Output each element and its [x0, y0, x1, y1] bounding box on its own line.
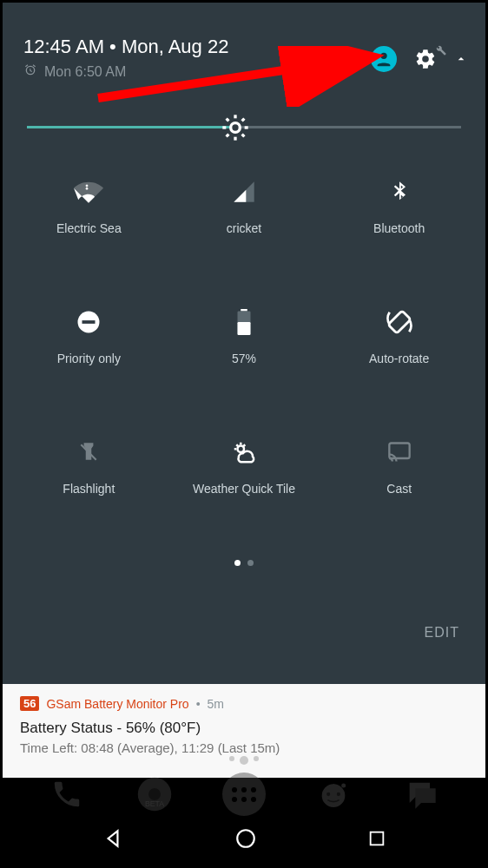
rotate-icon [382, 305, 417, 339]
battery-icon [227, 305, 261, 339]
page-dot-active [234, 560, 241, 566]
notification-subtitle: Time Left: 08:48 (Average), 11:29 (Last … [20, 740, 468, 755]
svg-line-7 [227, 119, 229, 122]
panel-header: 12:45 AM • Mon, Aug 22 Mon 6:50 AM [3, 3, 485, 81]
svg-point-21 [148, 788, 161, 800]
messenger-app-icon[interactable] [402, 775, 440, 813]
user-profile-icon[interactable] [371, 46, 397, 72]
notification-time: 5m [208, 697, 224, 711]
svg-text:BETA: BETA [144, 799, 163, 808]
notification-badge: 56 [20, 696, 39, 711]
dnd-icon [71, 305, 106, 339]
weather-icon [227, 435, 261, 470]
recents-button[interactable] [367, 829, 386, 852]
svg-point-25 [337, 792, 340, 796]
app-drawer-icon[interactable] [222, 773, 266, 816]
tile-battery[interactable]: 57% [167, 305, 322, 435]
tile-wifi[interactable]: Electric Sea [11, 174, 167, 305]
wifi-icon [71, 174, 106, 209]
tile-bluetooth[interactable]: Bluetooth [321, 174, 477, 305]
tile-weather[interactable]: Weather Quick Tile [167, 435, 322, 565]
dock: BETA [3, 768, 485, 820]
home-button[interactable] [234, 827, 257, 853]
flashlight-icon [71, 435, 106, 470]
clock-time: 12:45 AM [23, 36, 104, 57]
tiles-grid: Electric Sea cricket Bluetooth Priority … [3, 174, 485, 565]
svg-rect-12 [82, 320, 96, 324]
svg-point-27 [237, 830, 254, 847]
tile-cellular[interactable]: cricket [167, 174, 322, 305]
svg-point-2 [231, 123, 241, 133]
tile-label: Weather Quick Tile [193, 482, 295, 496]
bluetooth-icon [382, 174, 417, 209]
svg-rect-28 [371, 832, 384, 845]
svg-point-26 [342, 784, 346, 788]
cast-icon [382, 435, 417, 470]
time-date[interactable]: 12:45 AM • Mon, Aug 22 [23, 36, 228, 58]
reddit-app-icon[interactable] [314, 775, 353, 813]
svg-point-18 [237, 446, 244, 453]
tile-label: Cast [386, 482, 412, 496]
alarm-time: Mon 6:50 AM [44, 64, 126, 80]
tile-label: 57% [232, 352, 256, 365]
tile-rotate[interactable]: Auto-rotate [321, 305, 477, 435]
quick-settings-panel: 12:45 AM • Mon, Aug 22 Mon 6:50 AM [3, 3, 485, 684]
svg-point-24 [326, 792, 330, 796]
brightness-slider[interactable] [27, 112, 461, 143]
cellular-icon [227, 174, 261, 209]
edit-button[interactable]: EDIT [425, 625, 459, 641]
tile-cast[interactable]: Cast [321, 435, 477, 565]
notification-app-name: GSam Battery Monitor Pro [46, 697, 188, 711]
alarm-icon [23, 63, 37, 81]
page-dot [247, 560, 254, 566]
svg-line-10 [242, 119, 245, 122]
wrench-icon [435, 44, 447, 56]
svg-rect-16 [388, 311, 411, 333]
svg-point-23 [322, 784, 346, 807]
phone-app-icon[interactable] [48, 775, 86, 813]
settings-icon[interactable] [414, 48, 437, 70]
date: Mon, Aug 22 [122, 36, 229, 57]
tile-label: Electric Sea [56, 221, 122, 235]
notification-sep: • [196, 697, 201, 711]
svg-line-8 [242, 135, 245, 137]
svg-rect-15 [237, 322, 250, 335]
brightness-icon[interactable] [221, 114, 249, 141]
tile-label: Bluetooth [373, 221, 425, 235]
tile-label: Auto-rotate [369, 352, 429, 365]
tile-label: Flashlight [63, 482, 115, 496]
svg-line-9 [227, 135, 229, 137]
homescreen-pager [3, 756, 485, 765]
svg-rect-13 [241, 309, 247, 312]
svg-point-0 [380, 53, 386, 59]
notification-header: 56 GSam Battery Monitor Pro • 5m [20, 696, 468, 711]
tile-label: cricket [227, 221, 261, 235]
tile-label: Priority only [57, 352, 121, 365]
navbar [3, 820, 485, 860]
back-button[interactable] [102, 827, 124, 853]
tile-dnd[interactable]: Priority only [11, 305, 167, 435]
slider-fill [27, 126, 235, 128]
sep1: • [104, 36, 122, 57]
collapse-icon[interactable] [454, 52, 468, 66]
notification-title: Battery Status - 56% (80°F) [20, 720, 468, 737]
tile-flashlight[interactable]: Flashlight [11, 435, 167, 565]
chrome-beta-icon[interactable]: BETA [135, 775, 174, 813]
